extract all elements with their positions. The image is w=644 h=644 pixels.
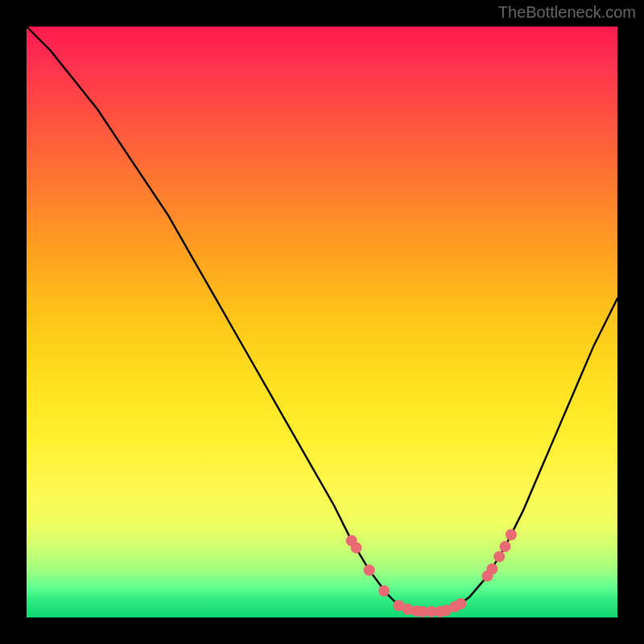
watermark-text: TheBottleneck.com xyxy=(498,3,636,22)
highlight-dot xyxy=(364,564,375,576)
highlight-dot xyxy=(378,585,390,597)
highlight-dot xyxy=(506,529,517,540)
chart-svg xyxy=(27,27,617,617)
highlight-dot xyxy=(500,541,511,552)
chart-plot-area xyxy=(27,27,617,617)
highlight-dot xyxy=(456,598,467,609)
highlight-dot xyxy=(351,542,362,553)
highlight-dots xyxy=(346,529,517,617)
highlight-dot xyxy=(486,564,497,575)
bottleneck-curve xyxy=(27,27,617,612)
highlight-dot xyxy=(493,551,505,562)
